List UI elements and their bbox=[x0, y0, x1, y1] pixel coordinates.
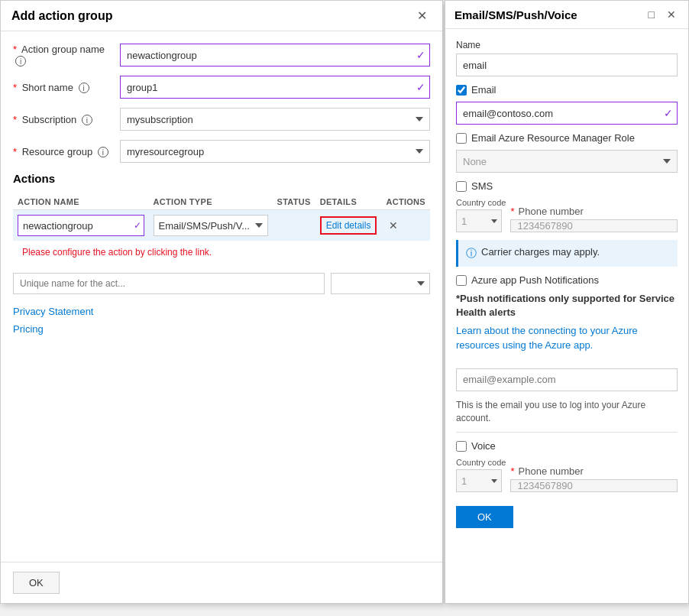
edit-details-button[interactable]: Edit details bbox=[320, 216, 377, 235]
col-action-name: ACTION NAME bbox=[13, 194, 149, 210]
voice-checkbox-label: Voice bbox=[471, 440, 496, 452]
sms-country-code-col: Country code 1 bbox=[456, 198, 506, 232]
email-checkbox[interactable] bbox=[456, 85, 467, 96]
voice-country-code-col: Country code 1 bbox=[456, 458, 506, 492]
col-action-type: ACTION TYPE bbox=[149, 194, 273, 210]
error-row: Please configure the action by clicking … bbox=[13, 241, 430, 267]
divider bbox=[456, 432, 678, 433]
email-azure-role-row: Email Azure Resource Manager Role bbox=[456, 132, 678, 144]
azure-push-label: Azure app Push Notifications bbox=[471, 274, 599, 286]
resource-group-label: * Resource group i bbox=[13, 146, 120, 157]
right-panel-body: Name Email ✓ Email Azure Resource Manage… bbox=[445, 29, 688, 603]
azure-push-checkbox[interactable] bbox=[456, 275, 467, 286]
carrier-charges-box: ⓘ Carrier charges may apply. bbox=[456, 240, 678, 267]
table-row: ✓ Email/SMS/Push/V... Ed bbox=[13, 210, 430, 242]
email-azure-role-checkbox[interactable] bbox=[456, 133, 467, 144]
resource-group-info-icon[interactable]: i bbox=[98, 147, 108, 157]
short-name-row: * Short name i ✓ bbox=[13, 76, 430, 99]
short-name-check-icon: ✓ bbox=[416, 81, 425, 93]
privacy-statement-link[interactable]: Privacy Statement bbox=[13, 306, 430, 317]
push-email-input[interactable] bbox=[456, 368, 678, 391]
actions-table: ACTION NAME ACTION TYPE STATUS DETAILS A… bbox=[13, 194, 430, 267]
short-name-info-icon[interactable]: i bbox=[79, 83, 89, 93]
subscription-label: * Subscription i bbox=[13, 114, 120, 125]
carrier-charges-text: Carrier charges may apply. bbox=[481, 246, 600, 258]
error-message: Please configure the action by clicking … bbox=[18, 245, 425, 262]
push-account-note: This is the email you use to log into yo… bbox=[456, 399, 678, 425]
azure-app-link[interactable]: Learn about the connecting to your Azure… bbox=[456, 325, 638, 350]
name-label: Name bbox=[456, 40, 678, 50]
action-name-input-wrapper: ✓ bbox=[18, 215, 144, 236]
subscription-row: * Subscription i mysubscription bbox=[13, 108, 430, 131]
voice-checkbox[interactable] bbox=[456, 441, 467, 452]
resource-group-row: * Resource group i myresourcegroup bbox=[13, 140, 430, 163]
pricing-link[interactable]: Pricing bbox=[13, 323, 430, 335]
subscription-info-icon[interactable]: i bbox=[82, 115, 92, 125]
actions-section-title: Actions bbox=[13, 172, 430, 185]
voice-country-code-label: Country code bbox=[456, 458, 506, 467]
action-type-wrapper: Email/SMS/Push/V... bbox=[154, 215, 268, 236]
action-name-check-icon: ✓ bbox=[134, 220, 141, 231]
right-panel-close-button[interactable]: ✕ bbox=[664, 7, 679, 22]
action-group-name-check-icon: ✓ bbox=[416, 49, 425, 61]
action-group-name-input[interactable] bbox=[120, 44, 430, 66]
name-input[interactable] bbox=[456, 53, 678, 76]
short-name-label: * Short name i bbox=[13, 82, 120, 93]
info-icon: ⓘ bbox=[466, 247, 477, 261]
short-name-input-wrapper: ✓ bbox=[120, 76, 430, 99]
voice-country-code-select[interactable]: 1 bbox=[456, 469, 502, 492]
voice-checkbox-row: Voice bbox=[456, 440, 678, 452]
sms-phone-number-label: * Phone number bbox=[510, 206, 678, 217]
short-name-input[interactable] bbox=[120, 76, 430, 99]
screen-wrapper: Add action group ✕ * Action group name i… bbox=[0, 0, 689, 616]
required-star-2: * bbox=[13, 82, 17, 93]
required-star-3: * bbox=[13, 114, 17, 125]
action-group-name-row: * Action group name i ✓ bbox=[13, 44, 430, 66]
delete-action-button[interactable]: ✕ bbox=[386, 218, 401, 233]
add-row bbox=[13, 273, 430, 294]
voice-phone-number-label: * Phone number bbox=[510, 465, 678, 477]
sms-checkbox-label: SMS bbox=[471, 180, 493, 192]
col-details: DETAILS bbox=[315, 194, 382, 210]
action-name-cell: ✓ bbox=[13, 210, 149, 242]
left-panel-ok-button[interactable]: OK bbox=[13, 572, 60, 594]
push-note: *Push notifications only supported for S… bbox=[456, 292, 678, 319]
required-star-4: * bbox=[13, 146, 17, 157]
email-role-select[interactable]: None bbox=[456, 150, 678, 173]
azure-push-row: Azure app Push Notifications bbox=[456, 274, 678, 286]
right-panel-title: Email/SMS/Push/Voice bbox=[454, 8, 577, 21]
required-star: * bbox=[13, 44, 17, 55]
maximize-button[interactable]: □ bbox=[645, 7, 658, 22]
action-details-cell: Edit details bbox=[315, 210, 382, 242]
right-panel-ok-button[interactable]: OK bbox=[456, 506, 513, 528]
right-panel: Email/SMS/Push/Voice □ ✕ Name Email ✓ bbox=[445, 0, 689, 604]
sms-phone-row: Country code 1 * Phone number bbox=[456, 198, 678, 232]
error-cell: Please configure the action by clicking … bbox=[13, 241, 430, 267]
action-name-input[interactable] bbox=[18, 215, 144, 236]
action-group-name-info-icon[interactable]: i bbox=[15, 56, 26, 66]
action-group-name-label: * Action group name i bbox=[13, 44, 120, 66]
email-input[interactable] bbox=[456, 102, 678, 125]
resource-group-select[interactable]: myresourcegroup bbox=[120, 140, 430, 163]
add-action-name-input[interactable] bbox=[13, 273, 325, 294]
action-delete-cell: ✕ bbox=[381, 210, 430, 242]
sms-country-code-select[interactable]: 1 bbox=[456, 209, 502, 232]
voice-phone-number-col: * Phone number bbox=[510, 465, 678, 492]
voice-phone-input[interactable] bbox=[510, 479, 678, 492]
left-panel: Add action group ✕ * Action group name i… bbox=[0, 0, 443, 604]
action-type-select[interactable]: Email/SMS/Push/V... bbox=[154, 215, 268, 236]
left-panel-close-button[interactable]: ✕ bbox=[412, 7, 432, 24]
sms-phone-number-col: * Phone number bbox=[510, 206, 678, 232]
left-panel-body: * Action group name i ✓ * Short name i bbox=[1, 31, 442, 562]
email-azure-role-label: Email Azure Resource Manager Role bbox=[471, 132, 635, 144]
email-input-wrapper: ✓ bbox=[456, 102, 678, 125]
action-status-cell bbox=[273, 210, 315, 242]
sms-phone-input[interactable] bbox=[510, 219, 678, 232]
sms-checkbox[interactable] bbox=[456, 181, 467, 192]
sms-checkbox-row: SMS bbox=[456, 180, 678, 192]
email-check-icon: ✓ bbox=[664, 107, 673, 119]
subscription-select[interactable]: mysubscription bbox=[120, 108, 430, 131]
add-action-type-select[interactable] bbox=[331, 273, 430, 294]
right-panel-icons: □ ✕ bbox=[645, 7, 679, 22]
email-checkbox-label: Email bbox=[471, 84, 497, 96]
